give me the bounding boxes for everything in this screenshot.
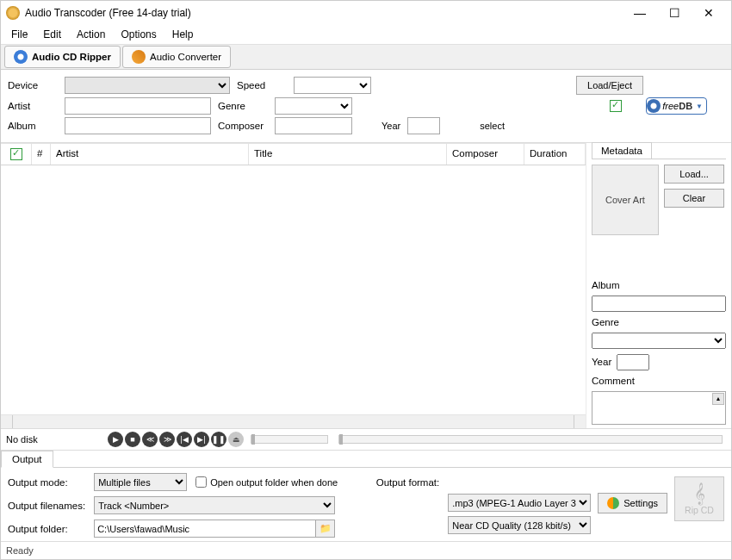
rewind-button[interactable]: ≪ bbox=[142, 432, 158, 447]
output-format-label: Output format: bbox=[376, 477, 440, 488]
meta-comment-textarea[interactable] bbox=[592, 391, 726, 426]
device-label: Device bbox=[8, 80, 58, 90]
meta-genre-select[interactable] bbox=[592, 333, 726, 349]
col-checkbox[interactable] bbox=[1, 144, 32, 165]
output-folder-label: Output folder: bbox=[8, 524, 85, 534]
volume-slider[interactable] bbox=[251, 435, 328, 444]
meta-year-input[interactable] bbox=[617, 354, 649, 370]
composer-input[interactable] bbox=[275, 117, 352, 134]
close-button[interactable]: ✕ bbox=[692, 1, 726, 25]
output-folder-input[interactable] bbox=[94, 520, 316, 538]
genre-label: Genre bbox=[218, 101, 268, 111]
statusbar: Ready bbox=[1, 541, 731, 559]
app-icon bbox=[6, 6, 20, 20]
composer-label: Composer bbox=[218, 121, 268, 131]
browse-folder-button[interactable]: 📁 bbox=[316, 520, 335, 538]
titlebar: Audio Transcoder (Free 14-day trial) — ☐… bbox=[1, 1, 731, 25]
tracklist-panel: # Artist Title Composer Duration bbox=[1, 143, 586, 428]
output-quality-select[interactable]: Near CD Quality (128 kbit/s) bbox=[448, 516, 591, 534]
menu-action[interactable]: Action bbox=[70, 27, 112, 42]
disk-status: No disk bbox=[6, 434, 44, 445]
output-mode-select[interactable]: Multiple files bbox=[94, 473, 187, 491]
scroll-right-icon[interactable] bbox=[574, 415, 586, 428]
output-filenames-select[interactable]: Track <Number> bbox=[94, 496, 335, 514]
menu-file[interactable]: File bbox=[4, 27, 34, 42]
next-track-button[interactable]: ▶| bbox=[194, 432, 209, 447]
metadata-panel: Metadata Cover Art Load... Clear Album G… bbox=[586, 143, 731, 428]
col-title[interactable]: Title bbox=[249, 144, 447, 165]
output-tab-row: Output bbox=[1, 451, 731, 468]
select-checkbox[interactable] bbox=[610, 100, 622, 112]
tracklist-body bbox=[1, 165, 586, 414]
cover-clear-button[interactable]: Clear bbox=[664, 189, 724, 208]
album-label: Album bbox=[8, 121, 58, 131]
output-panel: Output mode: Multiple files Open output … bbox=[1, 468, 731, 541]
tab-ripper-label: Audio CD Ripper bbox=[32, 52, 111, 62]
window-title: Audio Transcoder (Free 14-day trial) bbox=[25, 7, 623, 19]
speed-select[interactable] bbox=[294, 77, 371, 94]
menu-help[interactable]: Help bbox=[165, 27, 201, 42]
gear-icon bbox=[607, 497, 619, 509]
cover-art-box[interactable]: Cover Art bbox=[592, 165, 659, 235]
scroll-up-icon[interactable]: ▲ bbox=[712, 393, 724, 405]
scroll-track[interactable] bbox=[13, 415, 574, 428]
treble-clef-icon: 𝄞 bbox=[694, 482, 705, 505]
load-eject-button[interactable]: Load/Eject bbox=[576, 76, 643, 95]
freedb-button[interactable]: freeDB ▼ bbox=[646, 97, 707, 115]
toolbar: Audio CD Ripper Audio Converter bbox=[1, 44, 731, 70]
open-after-checkbox[interactable]: Open output folder when done bbox=[195, 476, 338, 488]
meta-album-input[interactable] bbox=[592, 296, 726, 312]
output-format-select[interactable]: .mp3 (MPEG-1 Audio Layer 3) bbox=[448, 494, 591, 512]
output-tab[interactable]: Output bbox=[1, 451, 53, 468]
meta-year-label: Year bbox=[592, 357, 611, 367]
tab-converter-label: Audio Converter bbox=[150, 52, 221, 62]
disc-info-panel: Device Speed Load/Eject Artist Genre fre… bbox=[1, 70, 731, 143]
menu-edit[interactable]: Edit bbox=[36, 27, 68, 42]
playback-bar: No disk ▶ ■ ≪ ≫ |◀ ▶| ❚❚ ⏏ bbox=[1, 428, 731, 451]
metadata-tab[interactable]: Metadata bbox=[592, 142, 652, 159]
minimize-button[interactable]: — bbox=[623, 1, 657, 25]
meta-album-label: Album bbox=[592, 280, 726, 290]
freedb-icon bbox=[647, 99, 661, 113]
play-button[interactable]: ▶ bbox=[108, 432, 123, 447]
output-settings-button[interactable]: Settings bbox=[598, 493, 667, 513]
album-input[interactable] bbox=[65, 117, 211, 134]
tracklist-header: # Artist Title Composer Duration bbox=[1, 143, 586, 165]
artist-input[interactable] bbox=[65, 97, 211, 115]
select-label: select bbox=[480, 121, 505, 131]
maximize-button[interactable]: ☐ bbox=[657, 1, 692, 25]
prev-track-button[interactable]: |◀ bbox=[177, 432, 192, 447]
main-region: # Artist Title Composer Duration Metadat… bbox=[1, 143, 731, 428]
fastforward-button[interactable]: ≫ bbox=[159, 432, 175, 447]
col-composer[interactable]: Composer bbox=[447, 144, 524, 165]
col-artist[interactable]: Artist bbox=[51, 144, 249, 165]
year-input[interactable] bbox=[407, 117, 440, 134]
device-select[interactable] bbox=[65, 77, 230, 94]
seek-slider[interactable] bbox=[338, 435, 723, 444]
folder-icon: 📁 bbox=[319, 523, 332, 534]
scroll-left-icon[interactable] bbox=[1, 415, 13, 428]
checkbox-icon bbox=[10, 148, 22, 160]
speed-label: Speed bbox=[237, 80, 287, 90]
genre-select[interactable] bbox=[275, 97, 352, 115]
tab-audio-cd-ripper[interactable]: Audio CD Ripper bbox=[4, 46, 121, 68]
menu-options[interactable]: Options bbox=[114, 27, 163, 42]
cd-icon bbox=[14, 50, 28, 64]
status-text: Ready bbox=[6, 545, 34, 556]
playback-buttons: ▶ ■ ≪ ≫ |◀ ▶| ❚❚ ⏏ bbox=[108, 432, 244, 447]
eject-button[interactable]: ⏏ bbox=[228, 432, 244, 447]
stop-button[interactable]: ■ bbox=[125, 432, 140, 447]
horizontal-scrollbar[interactable] bbox=[1, 414, 586, 428]
cover-load-button[interactable]: Load... bbox=[664, 165, 724, 184]
pause-button[interactable]: ❚❚ bbox=[211, 432, 226, 447]
year-label: Year bbox=[382, 121, 400, 131]
output-mode-label: Output mode: bbox=[8, 477, 85, 488]
col-duration[interactable]: Duration bbox=[524, 144, 586, 165]
output-filenames-label: Output filenames: bbox=[8, 501, 85, 511]
rip-cd-button[interactable]: 𝄞 Rip CD bbox=[674, 476, 724, 521]
open-after-input[interactable] bbox=[195, 476, 207, 488]
col-num[interactable]: # bbox=[32, 144, 51, 165]
artist-label: Artist bbox=[8, 101, 58, 111]
tab-audio-converter[interactable]: Audio Converter bbox=[122, 46, 231, 68]
chevron-down-icon: ▼ bbox=[696, 103, 703, 110]
